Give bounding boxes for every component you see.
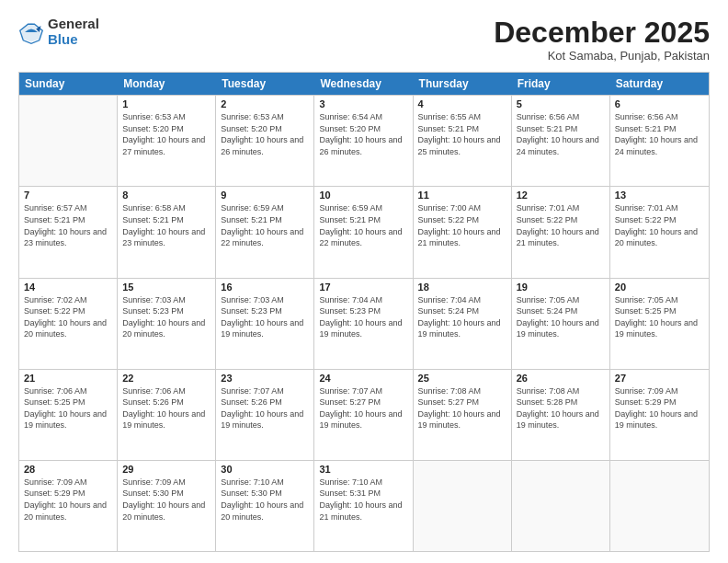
day-number: 4 bbox=[418, 98, 506, 109]
day-info: Sunrise: 7:07 AMSunset: 5:27 PMDaylight:… bbox=[319, 385, 407, 431]
day-info: Sunrise: 7:08 AMSunset: 5:28 PMDaylight:… bbox=[517, 385, 605, 431]
cal-cell: 27Sunrise: 7:09 AMSunset: 5:29 PMDayligh… bbox=[610, 370, 709, 460]
cal-cell: 26Sunrise: 7:08 AMSunset: 5:28 PMDayligh… bbox=[512, 370, 610, 460]
day-number: 16 bbox=[221, 282, 309, 293]
day-number: 13 bbox=[615, 190, 704, 201]
day-number: 26 bbox=[517, 373, 605, 384]
logo-general-text: General bbox=[48, 17, 99, 32]
day-number: 11 bbox=[418, 190, 506, 201]
weekday-header-friday: Friday bbox=[512, 73, 610, 95]
cal-cell: 3Sunrise: 6:54 AMSunset: 5:20 PMDaylight… bbox=[314, 96, 413, 186]
day-number: 6 bbox=[615, 98, 704, 109]
cal-cell: 28Sunrise: 7:09 AMSunset: 5:29 PMDayligh… bbox=[19, 461, 118, 551]
day-number: 24 bbox=[319, 373, 407, 384]
day-info: Sunrise: 6:55 AMSunset: 5:21 PMDaylight:… bbox=[418, 111, 506, 157]
cal-cell: 30Sunrise: 7:10 AMSunset: 5:30 PMDayligh… bbox=[216, 461, 314, 551]
cal-cell: 12Sunrise: 7:01 AMSunset: 5:22 PMDayligh… bbox=[512, 187, 610, 277]
cal-cell: 21Sunrise: 7:06 AMSunset: 5:25 PMDayligh… bbox=[19, 370, 118, 460]
cal-cell: 2Sunrise: 6:53 AMSunset: 5:20 PMDaylight… bbox=[216, 96, 314, 186]
weekday-header-wednesday: Wednesday bbox=[314, 73, 413, 95]
day-number: 5 bbox=[517, 98, 605, 109]
cal-cell: 31Sunrise: 7:10 AMSunset: 5:31 PMDayligh… bbox=[314, 461, 413, 551]
cal-cell bbox=[414, 461, 512, 551]
weekday-header-thursday: Thursday bbox=[414, 73, 512, 95]
cal-cell: 4Sunrise: 6:55 AMSunset: 5:21 PMDaylight… bbox=[414, 96, 512, 186]
day-number: 17 bbox=[319, 282, 407, 293]
day-number: 9 bbox=[221, 190, 309, 201]
weekday-header-saturday: Saturday bbox=[610, 73, 709, 95]
day-number: 14 bbox=[24, 282, 112, 293]
day-info: Sunrise: 6:56 AMSunset: 5:21 PMDaylight:… bbox=[517, 111, 605, 157]
day-info: Sunrise: 7:00 AMSunset: 5:22 PMDaylight:… bbox=[418, 202, 506, 248]
day-info: Sunrise: 7:04 AMSunset: 5:24 PMDaylight:… bbox=[418, 294, 506, 340]
cal-cell: 18Sunrise: 7:04 AMSunset: 5:24 PMDayligh… bbox=[414, 279, 512, 369]
cal-cell: 6Sunrise: 6:56 AMSunset: 5:21 PMDaylight… bbox=[610, 96, 709, 186]
cal-cell: 7Sunrise: 6:57 AMSunset: 5:21 PMDaylight… bbox=[19, 187, 118, 277]
cal-cell: 29Sunrise: 7:09 AMSunset: 5:30 PMDayligh… bbox=[118, 461, 216, 551]
calendar-body: 1Sunrise: 6:53 AMSunset: 5:20 PMDaylight… bbox=[19, 95, 709, 551]
cal-cell: 19Sunrise: 7:05 AMSunset: 5:24 PMDayligh… bbox=[512, 279, 610, 369]
day-number: 19 bbox=[517, 282, 605, 293]
cal-cell: 24Sunrise: 7:07 AMSunset: 5:27 PMDayligh… bbox=[314, 370, 413, 460]
day-number: 22 bbox=[122, 373, 210, 384]
month-title: December 2025 bbox=[494, 17, 710, 49]
cal-cell: 23Sunrise: 7:07 AMSunset: 5:26 PMDayligh… bbox=[216, 370, 314, 460]
day-number: 23 bbox=[221, 373, 309, 384]
cal-cell: 15Sunrise: 7:03 AMSunset: 5:23 PMDayligh… bbox=[118, 279, 216, 369]
logo: General Blue bbox=[18, 17, 99, 47]
day-info: Sunrise: 7:01 AMSunset: 5:22 PMDaylight:… bbox=[517, 202, 605, 248]
day-info: Sunrise: 6:54 AMSunset: 5:20 PMDaylight:… bbox=[319, 111, 407, 157]
day-info: Sunrise: 6:59 AMSunset: 5:21 PMDaylight:… bbox=[319, 202, 407, 248]
cal-cell: 8Sunrise: 6:58 AMSunset: 5:21 PMDaylight… bbox=[118, 187, 216, 277]
day-info: Sunrise: 6:57 AMSunset: 5:21 PMDaylight:… bbox=[24, 202, 112, 248]
logo-text: General Blue bbox=[48, 17, 99, 47]
day-info: Sunrise: 7:04 AMSunset: 5:23 PMDaylight:… bbox=[319, 294, 407, 340]
cal-cell bbox=[19, 96, 118, 186]
day-info: Sunrise: 7:06 AMSunset: 5:25 PMDaylight:… bbox=[24, 385, 112, 431]
day-info: Sunrise: 7:09 AMSunset: 5:30 PMDaylight:… bbox=[122, 477, 210, 523]
day-info: Sunrise: 6:58 AMSunset: 5:21 PMDaylight:… bbox=[122, 202, 210, 248]
day-info: Sunrise: 7:07 AMSunset: 5:26 PMDaylight:… bbox=[221, 385, 309, 431]
day-info: Sunrise: 7:09 AMSunset: 5:29 PMDaylight:… bbox=[24, 477, 112, 523]
day-info: Sunrise: 7:02 AMSunset: 5:22 PMDaylight:… bbox=[24, 294, 112, 340]
week-row-2: 7Sunrise: 6:57 AMSunset: 5:21 PMDaylight… bbox=[19, 186, 709, 277]
day-number: 29 bbox=[122, 464, 210, 475]
day-info: Sunrise: 7:01 AMSunset: 5:22 PMDaylight:… bbox=[615, 202, 704, 248]
cal-cell: 1Sunrise: 6:53 AMSunset: 5:20 PMDaylight… bbox=[118, 96, 216, 186]
cal-cell bbox=[610, 461, 709, 551]
day-number: 30 bbox=[221, 464, 309, 475]
weekday-header-sunday: Sunday bbox=[19, 73, 118, 95]
day-info: Sunrise: 7:08 AMSunset: 5:27 PMDaylight:… bbox=[418, 385, 506, 431]
day-info: Sunrise: 7:10 AMSunset: 5:30 PMDaylight:… bbox=[221, 477, 309, 523]
day-info: Sunrise: 7:05 AMSunset: 5:25 PMDaylight:… bbox=[615, 294, 704, 340]
logo-icon bbox=[18, 19, 44, 45]
cal-cell: 22Sunrise: 7:06 AMSunset: 5:26 PMDayligh… bbox=[118, 370, 216, 460]
day-number: 10 bbox=[319, 190, 407, 201]
day-info: Sunrise: 7:03 AMSunset: 5:23 PMDaylight:… bbox=[221, 294, 309, 340]
day-number: 7 bbox=[24, 190, 112, 201]
day-info: Sunrise: 7:09 AMSunset: 5:29 PMDaylight:… bbox=[615, 385, 704, 431]
day-number: 25 bbox=[418, 373, 506, 384]
day-info: Sunrise: 6:53 AMSunset: 5:20 PMDaylight:… bbox=[122, 111, 210, 157]
cal-cell: 14Sunrise: 7:02 AMSunset: 5:22 PMDayligh… bbox=[19, 279, 118, 369]
day-number: 8 bbox=[122, 190, 210, 201]
day-number: 15 bbox=[122, 282, 210, 293]
day-number: 1 bbox=[122, 98, 210, 109]
logo-blue-text: Blue bbox=[48, 32, 99, 48]
cal-cell: 10Sunrise: 6:59 AMSunset: 5:21 PMDayligh… bbox=[314, 187, 413, 277]
day-number: 21 bbox=[24, 373, 112, 384]
day-number: 12 bbox=[517, 190, 605, 201]
week-row-4: 21Sunrise: 7:06 AMSunset: 5:25 PMDayligh… bbox=[19, 369, 709, 460]
day-info: Sunrise: 7:03 AMSunset: 5:23 PMDaylight:… bbox=[122, 294, 210, 340]
day-info: Sunrise: 7:05 AMSunset: 5:24 PMDaylight:… bbox=[517, 294, 605, 340]
day-number: 28 bbox=[24, 464, 112, 475]
cal-cell: 25Sunrise: 7:08 AMSunset: 5:27 PMDayligh… bbox=[414, 370, 512, 460]
header: General Blue December 2025 Kot Samaba, P… bbox=[18, 17, 710, 63]
day-number: 2 bbox=[221, 98, 309, 109]
day-info: Sunrise: 6:59 AMSunset: 5:21 PMDaylight:… bbox=[221, 202, 309, 248]
weekday-header-tuesday: Tuesday bbox=[216, 73, 314, 95]
cal-cell: 5Sunrise: 6:56 AMSunset: 5:21 PMDaylight… bbox=[512, 96, 610, 186]
page: General Blue December 2025 Kot Samaba, P… bbox=[0, 0, 728, 563]
cal-cell: 13Sunrise: 7:01 AMSunset: 5:22 PMDayligh… bbox=[610, 187, 709, 277]
week-row-1: 1Sunrise: 6:53 AMSunset: 5:20 PMDaylight… bbox=[19, 95, 709, 186]
